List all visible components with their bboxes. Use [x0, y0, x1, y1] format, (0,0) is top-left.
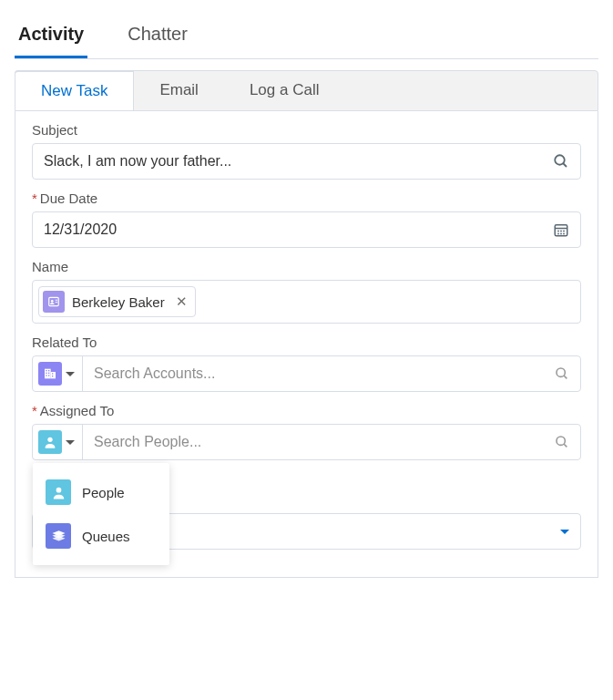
dropdown-option-queues[interactable]: Queues: [40, 514, 162, 558]
svg-point-7: [557, 233, 559, 235]
subtab-new-task[interactable]: New Task: [15, 70, 134, 110]
chevron-down-icon: [66, 440, 75, 445]
svg-rect-21: [48, 375, 49, 376]
account-icon: [38, 362, 62, 386]
person-icon: [38, 430, 62, 454]
svg-rect-16: [46, 370, 46, 371]
svg-point-27: [557, 437, 565, 445]
chevron-down-icon: [66, 372, 75, 376]
assigned-to-input-wrap: People Queues: [32, 424, 581, 460]
top-tabs: Activity Chatter: [15, 15, 598, 59]
svg-rect-15: [51, 372, 56, 378]
svg-point-8: [560, 233, 562, 235]
subtab-email[interactable]: Email: [134, 71, 224, 110]
svg-rect-10: [49, 297, 59, 305]
svg-rect-19: [48, 373, 49, 374]
assigned-to-type-dropdown: People Queues: [33, 463, 169, 565]
remove-chip-button[interactable]: ✕: [172, 293, 188, 310]
tab-chatter[interactable]: Chatter: [124, 15, 191, 58]
svg-rect-18: [46, 373, 46, 374]
subject-input-wrap: [32, 143, 581, 180]
dropdown-option-label: People: [82, 485, 125, 500]
calendar-icon[interactable]: [542, 221, 580, 238]
name-label: Name: [32, 259, 581, 274]
svg-point-9: [563, 233, 565, 235]
name-chip: Berkeley Baker ✕: [38, 286, 196, 317]
svg-rect-20: [46, 375, 46, 376]
svg-point-29: [56, 487, 61, 492]
search-icon[interactable]: [544, 435, 580, 449]
name-chip-text: Berkeley Baker: [72, 294, 165, 310]
subtabs: New Task Email Log a Call: [15, 70, 598, 111]
search-icon[interactable]: [542, 153, 580, 170]
svg-point-24: [557, 368, 565, 376]
queue-icon: [46, 523, 71, 549]
tab-activity[interactable]: Activity: [15, 15, 87, 58]
assigned-to-label: Assigned To: [32, 403, 581, 418]
svg-line-28: [564, 444, 567, 447]
svg-line-1: [563, 163, 567, 167]
svg-rect-22: [52, 373, 53, 374]
subject-input[interactable]: [33, 145, 542, 178]
related-to-input[interactable]: [83, 357, 544, 390]
svg-rect-23: [52, 376, 53, 376]
field-due-date: Due Date: [32, 190, 581, 248]
related-to-type-selector[interactable]: [33, 356, 83, 391]
svg-point-6: [563, 231, 565, 232]
svg-point-0: [555, 155, 565, 165]
dropdown-option-label: Queues: [82, 529, 130, 544]
dropdown-option-people[interactable]: People: [40, 470, 162, 514]
due-date-input-wrap: [32, 211, 581, 248]
related-to-input-wrap: [32, 355, 581, 392]
assigned-to-input[interactable]: [83, 426, 544, 458]
subject-label: Subject: [32, 122, 581, 138]
due-date-label: Due Date: [32, 190, 581, 206]
svg-rect-17: [48, 370, 49, 371]
svg-point-11: [51, 300, 54, 303]
svg-point-4: [557, 231, 559, 232]
subtab-log-call[interactable]: Log a Call: [224, 71, 345, 110]
assigned-to-type-selector[interactable]: [33, 425, 83, 459]
svg-point-26: [47, 438, 52, 442]
field-related-to: Related To: [32, 335, 581, 392]
field-assigned-to: Assigned To People: [32, 403, 581, 460]
name-input-wrap[interactable]: Berkeley Baker ✕: [32, 280, 581, 324]
person-icon: [46, 479, 71, 505]
svg-rect-14: [45, 369, 51, 379]
search-icon[interactable]: [544, 366, 580, 381]
chevron-down-icon: [560, 530, 569, 534]
related-to-label: Related To: [32, 335, 581, 350]
field-subject: Subject: [32, 122, 581, 180]
svg-point-5: [560, 231, 562, 232]
field-name: Name Berkeley Baker ✕: [32, 259, 581, 324]
svg-line-25: [564, 376, 567, 378]
contact-icon: [43, 291, 65, 313]
new-task-form: Subject Due Date Name Berkeley Baker ✕: [15, 111, 598, 578]
due-date-input[interactable]: [33, 213, 542, 246]
